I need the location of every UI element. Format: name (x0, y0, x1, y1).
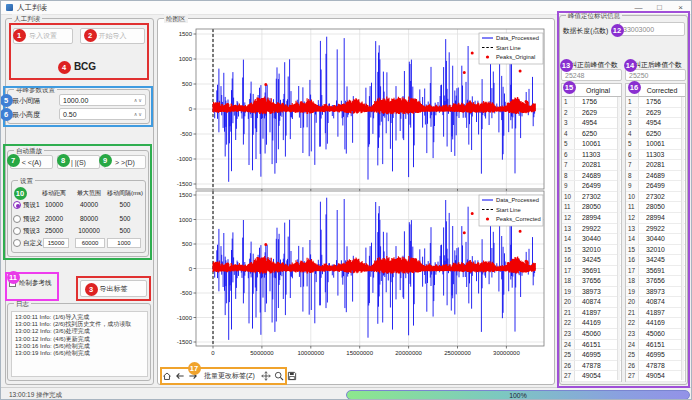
annotation-number: 3 (85, 283, 98, 296)
log-area[interactable]: 13:00:11 Info: (1/6)导入完成13:00:11 Info: (… (11, 311, 148, 377)
svg-text:5000000: 5000000 (250, 350, 274, 356)
svg-text:30000000: 30000000 (493, 350, 520, 356)
annotation-rect (160, 367, 287, 385)
status-text: 13:00:19 操作完成 (9, 391, 62, 400)
svg-text:15000000: 15000000 (346, 350, 373, 356)
svg-text:0: 0 (189, 106, 193, 112)
svg-text:500: 500 (182, 241, 193, 247)
svg-text:Data_Processed: Data_Processed (496, 35, 539, 41)
save-icon[interactable] (287, 371, 297, 381)
svg-text:Peaks_Corrected: Peaks_Corrected (496, 216, 541, 222)
log-line: 13:00:19 Info: (6/6)绘制完成 (15, 350, 147, 357)
progress-label: 100% (509, 392, 526, 399)
app-icon (6, 4, 13, 11)
annotation-number: 17 (188, 362, 201, 375)
progress-bar: 100% (346, 390, 690, 400)
svg-text:Start Line: Start Line (496, 45, 521, 51)
svg-text:-1500: -1500 (177, 181, 193, 187)
annotation-number: 6 (0, 108, 13, 121)
log-group: 日志 13:00:11 Info: (1/6)导入完成13:00:11 Info… (7, 303, 151, 381)
annotation-number: 8 (57, 154, 70, 167)
svg-text:1500: 1500 (179, 192, 193, 198)
svg-text:1000: 1000 (179, 217, 193, 223)
svg-text:0: 0 (211, 350, 215, 356)
annotation-number: 14 (624, 59, 637, 72)
annotation-number: 15 (563, 81, 576, 94)
annotation-rect (3, 86, 153, 127)
manual-panel-title: 人工判读 (12, 14, 42, 23)
svg-text:20000000: 20000000 (395, 350, 422, 356)
svg-text:Start Line: Start Line (496, 207, 521, 213)
svg-text:10000000: 10000000 (297, 350, 324, 356)
svg-text:Data_Processed: Data_Processed (496, 197, 539, 203)
svg-text:0: 0 (189, 266, 193, 272)
annotation-number: 10 (14, 187, 27, 200)
annotation-number: 5 (0, 94, 13, 107)
svg-text:-500: -500 (180, 290, 193, 296)
log-line: 13:00:12 Info: (3/6)处理完成 (15, 328, 147, 335)
annotation-number: 7 (7, 154, 20, 167)
annotation-number: 9 (99, 154, 112, 167)
svg-text:500: 500 (182, 81, 193, 87)
annotation-number: 1 (13, 29, 26, 42)
svg-text:-1500: -1500 (177, 339, 193, 345)
annotation-number: 11 (7, 271, 20, 284)
annotation-rect (9, 23, 149, 80)
log-line: 13:00:12 Info: (4/6)更新完成 (15, 336, 147, 343)
annotation-number: 4 (58, 61, 71, 74)
svg-text:-1000: -1000 (177, 156, 193, 162)
signal-charts[interactable]: 150010005000-500-1000-1500Data_Processed… (158, 19, 554, 364)
status-bar: 13:00:19 操作完成 100% (1, 387, 691, 400)
annotation-number: 16 (628, 81, 641, 94)
svg-text:1000: 1000 (179, 56, 193, 62)
annotation-rect (3, 144, 152, 260)
annotation-number: 2 (84, 29, 97, 42)
window-title: 人工判读 (17, 3, 47, 13)
log-line: 13:00:16 Info: (5/6)绘制完成 (15, 343, 147, 350)
svg-text:Peaks_Original: Peaks_Original (496, 54, 535, 60)
svg-text:-1000: -1000 (177, 315, 193, 321)
svg-text:1500: 1500 (179, 31, 193, 37)
svg-text:25000000: 25000000 (444, 350, 471, 356)
svg-text:-500: -500 (180, 131, 193, 137)
annotation-number: 13 (560, 59, 573, 72)
annotation-number: 12 (611, 24, 624, 37)
